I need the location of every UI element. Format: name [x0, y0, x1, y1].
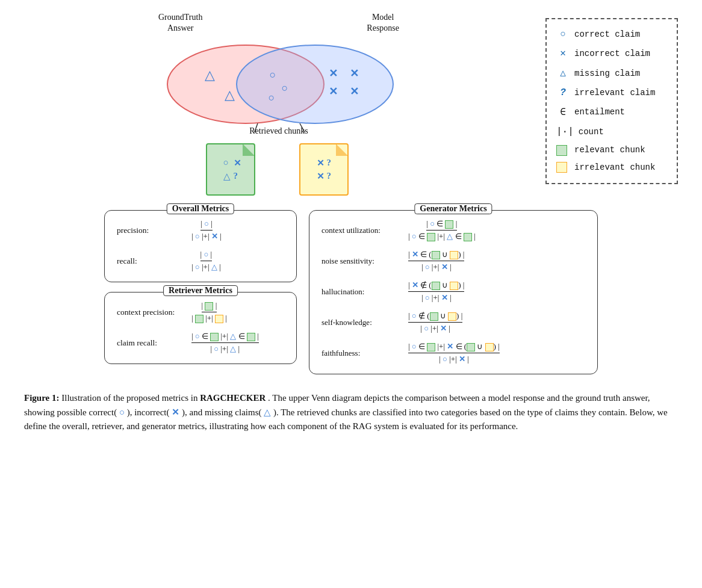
cu-denominator: | ○ ∈ |+| △ ∈ |: [408, 232, 476, 241]
claim-recall-label: claim recall:: [117, 338, 189, 348]
svg-text:○: ○: [282, 82, 288, 94]
retrieved-label: Retrieved chunks: [249, 126, 308, 136]
metrics-section: Overall Metrics precision: | ○ | | ○ |+|…: [24, 210, 678, 374]
cr-denominator: | ○ |+| △ |: [211, 344, 240, 354]
model-label: Model Response: [367, 12, 399, 34]
yellow-chunk-symbol: [556, 162, 567, 173]
yellow-chunk-question1: ?: [327, 158, 335, 169]
legend-correct-claim: ○ correct claim: [556, 25, 667, 43]
groundtruth-label: GroundTruth Answer: [158, 12, 202, 34]
caption-triangle: △: [264, 407, 271, 417]
hall-numerator: | ✕ ∉ ( ∪ ) |: [408, 280, 464, 292]
legend-irrelevant-label: irrelevant claim: [574, 85, 655, 101]
legend-incorrect-label: incorrect claim: [574, 46, 650, 62]
legend-irrelevant-claim: ? irrelevant claim: [556, 84, 667, 102]
precision-row: precision: | ○ | | ○ |+| ✕ |: [117, 219, 284, 241]
hallucination-label: hallucination:: [321, 287, 406, 297]
triangle-symbol: △: [556, 64, 570, 82]
green-chunk-question: ?: [234, 171, 241, 182]
sk-denominator: | ○ |+| ✕ |: [420, 324, 450, 333]
overall-metrics-box: Overall Metrics precision: | ○ | | ○ |+|…: [104, 210, 297, 282]
figure-caption: Figure 1: Illustration of the proposed m…: [24, 391, 674, 433]
self-knowledge-row: self-knowledge: | ○ ∉ ( ∪ ) | | ○ |+| ✕ …: [321, 311, 585, 333]
legend-irrelevant-chunk: irrelevant chunk: [556, 159, 667, 176]
cp-denominator: | |+| |: [191, 314, 227, 323]
ragchecker-name: RAGCHECKER: [200, 393, 266, 403]
legend-entailment: ∈ entailment: [556, 104, 667, 122]
context-precision-row: context precision: | | | |+| |: [117, 301, 284, 323]
svg-text:✕: ✕: [350, 67, 359, 79]
circle-symbol: ○: [556, 25, 570, 43]
self-knowledge-label: self-knowledge:: [321, 318, 406, 327]
hall-fraction: | ✕ ∉ ( ∪ ) | | ○ |+| ✕ |: [408, 280, 464, 303]
caption-text3: ), incorrect(: [127, 407, 172, 417]
yellow-chunk-question2: ?: [327, 171, 335, 182]
caption-circle: ○: [119, 407, 125, 417]
cross-symbol: ✕: [556, 45, 570, 63]
noise-sensitivity-label: noise sensitivity:: [321, 256, 406, 266]
precision-numerator: | ○ |: [200, 219, 213, 231]
sk-numerator: | ○ ∉ ( ∪ ) |: [408, 311, 462, 323]
claim-recall-fraction: | ○ ∈ |+| △ ∈ | | ○ |+| △ |: [191, 332, 259, 354]
context-utilization-row: context utilization: | ○ ∈ | | ○ ∈ |+| △…: [321, 219, 585, 241]
legend-missing-label: missing claim: [574, 66, 640, 82]
faith-numerator: | ○ ∈ |+| ✕ ∈ ( ∪ ) |: [408, 342, 500, 353]
noise-sensitivity-row: noise sensitivity: | ✕ ∈ ( ∪ ) | | ○ |+|…: [321, 250, 585, 272]
green-chunk-cross: ✕: [234, 158, 241, 169]
cr-numerator: | ○ ∈ |+| △ ∈ |: [191, 332, 259, 343]
green-chunk-symbol: [556, 145, 567, 156]
precision-fraction: | ○ | | ○ |+| ✕ |: [191, 219, 222, 241]
context-utilization-label: context utilization:: [321, 226, 406, 235]
svg-text:✕: ✕: [350, 85, 359, 97]
legend-correct-label: correct claim: [574, 26, 640, 43]
retriever-metrics-box: Retriever Metrics context precision: | |…: [104, 292, 297, 364]
precision-label: precision:: [117, 226, 189, 235]
green-chunk-content: ○ ✕ △ ?: [219, 153, 246, 187]
faithfulness-row: faithfulness: | ○ ∈ |+| ✕ ∈ ( ∪ ) | | ○ …: [321, 342, 585, 364]
svg-text:○: ○: [270, 69, 276, 81]
recall-row: recall: | ○ | | ○ |+| △ |: [117, 250, 284, 272]
venn-diagram: △ △ ○ ○ ○ ✕ ✕ ✕ ✕: [140, 36, 417, 132]
faithfulness-label: faithfulness:: [321, 348, 406, 358]
yellow-chunk-content: ✕ ? ✕ ?: [312, 153, 340, 187]
green-chunk-triangle: △: [223, 171, 231, 182]
svg-text:✕: ✕: [329, 85, 338, 97]
legend-missing-claim: △ missing claim: [556, 64, 667, 82]
svg-text:△: △: [205, 67, 215, 82]
sk-fraction: | ○ ∉ ( ∪ ) | | ○ |+| ✕ |: [408, 311, 462, 333]
caption-text1: Illustration of the proposed metrics in: [61, 393, 200, 403]
retriever-metrics-title: Retriever Metrics: [163, 285, 238, 296]
svg-text:△: △: [225, 87, 235, 102]
svg-text:○: ○: [269, 91, 275, 104]
caption-text4: ), and missing claims(: [182, 407, 264, 417]
generator-metrics-title: Generator Metrics: [414, 203, 492, 214]
legend-count-label: count: [579, 124, 604, 140]
hall-denominator: | ○ |+| ✕ |: [421, 293, 452, 303]
fig-num: Figure 1:: [24, 393, 59, 403]
legend-relevant-chunk: relevant chunk: [556, 142, 667, 158]
legend-box: ○ correct claim ✕ incorrect claim △ miss…: [545, 18, 678, 184]
left-metrics-col: Overall Metrics precision: | ○ | | ○ |+|…: [104, 210, 297, 374]
ns-fraction: | ✕ ∈ ( ∪ ) | | ○ |+| ✕ |: [408, 250, 464, 272]
legend-incorrect-claim: ✕ incorrect claim: [556, 45, 667, 63]
faith-denominator: | ○ |+| ✕ |: [439, 354, 469, 364]
yellow-chunk-cross1: ✕: [317, 158, 325, 169]
yellow-chunk-cross2: ✕: [317, 171, 325, 182]
legend-entailment-label: entailment: [574, 104, 625, 120]
context-precision-label: context precision:: [117, 308, 189, 317]
legend-relevant-chunk-label: relevant chunk: [574, 142, 645, 158]
precision-denominator: | ○ |+| ✕ |: [191, 232, 222, 241]
recall-fraction: | ○ | | ○ |+| △ |: [191, 250, 221, 272]
claim-recall-row: claim recall: | ○ ∈ |+| △ ∈ | | ○ |+| △ …: [117, 332, 284, 354]
caption-cross: ✕: [172, 407, 179, 417]
hallucination-row: hallucination: | ✕ ∉ ( ∪ ) | | ○ |+| ✕ |: [321, 280, 585, 303]
cp-numerator: | |: [202, 301, 217, 312]
chunks-container: ○ ✕ △ ? ✕ ? ✕ ?: [203, 141, 354, 198]
legend-count: |·| count: [556, 123, 667, 141]
cu-numerator: | ○ ∈ |: [426, 219, 457, 231]
recall-denominator: | ○ |+| △ |: [191, 262, 221, 272]
recall-label: recall:: [117, 256, 189, 266]
cu-fraction: | ○ ∈ | | ○ ∈ |+| △ ∈ |: [408, 219, 476, 241]
generator-metrics-col: Generator Metrics context utilization: |…: [309, 210, 598, 374]
context-precision-fraction: | | | |+| |: [191, 301, 227, 323]
